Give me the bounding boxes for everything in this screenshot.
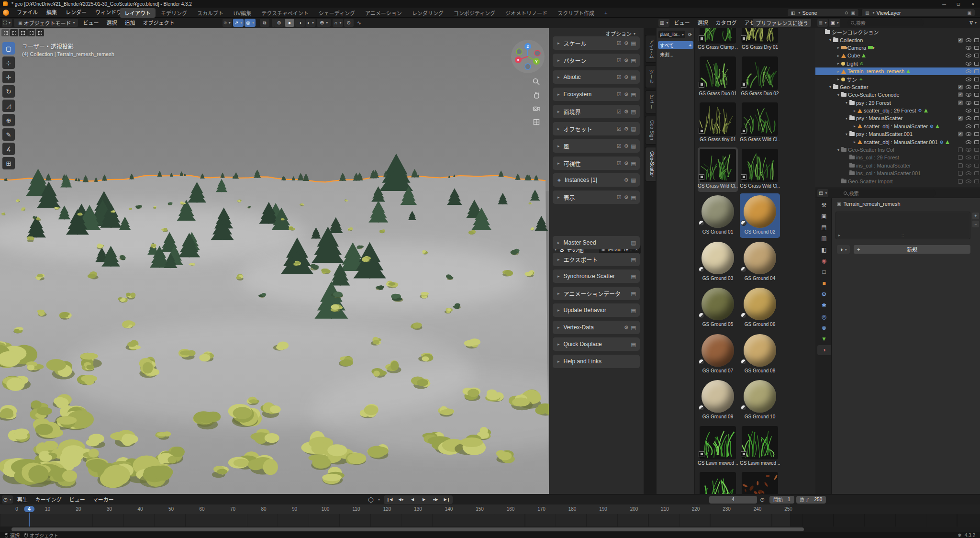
tool-annotate[interactable]: ✎ bbox=[2, 128, 15, 141]
workspace-tab[interactable]: テクスチャペイント bbox=[256, 8, 313, 18]
asset-item-GS Lawn mowed ...[interactable]: GS Lawn mowed ... bbox=[698, 425, 738, 469]
timeline-menu-再生[interactable]: 再生 bbox=[13, 494, 32, 505]
asset-item-GS Ground 10[interactable]: GS Ground 10 bbox=[740, 378, 780, 423]
asset-item-GS Ground 07[interactable]: GS Ground 07 bbox=[698, 332, 738, 377]
panel-section-オフセット[interactable]: ▸オフセット☑⚙▤ bbox=[553, 122, 640, 135]
outliner-row-scatter_obj : 29 Forest[interactable]: ▸scatter_obj : 29 Forest⚙ bbox=[815, 107, 980, 114]
asset-item-GS Ground 04[interactable]: GS Ground 04 bbox=[740, 240, 780, 284]
gear-icon[interactable]: ⚙ bbox=[624, 126, 629, 132]
tool-move[interactable]: ✛ bbox=[2, 71, 15, 83]
gear-icon[interactable]: ⚙ bbox=[624, 74, 629, 80]
outliner-display-mode-icon[interactable]: ▣▾ bbox=[829, 19, 840, 27]
properties-tab-render[interactable]: ▣ bbox=[817, 211, 831, 221]
expand-icon[interactable]: ▸ bbox=[835, 54, 841, 58]
disable-viewport-icon[interactable] bbox=[974, 46, 979, 50]
disable-viewport-icon[interactable] bbox=[974, 38, 979, 42]
outliner-row-Terrain_remesh_remesh[interactable]: ▸Terrain_remesh_remesh bbox=[815, 67, 980, 75]
pin-icon[interactable]: ⊙ bbox=[845, 11, 848, 15]
pivot-selector[interactable]: ⊕▾ bbox=[317, 19, 331, 27]
gear-icon[interactable]: ⚙ bbox=[624, 143, 629, 149]
disable-viewport-icon[interactable] bbox=[974, 69, 979, 73]
properties-tab-modifiers[interactable]: ⚙ bbox=[817, 289, 831, 299]
expand-icon[interactable]: ▸ bbox=[835, 77, 841, 81]
outliner-row-scatter_obj : ManualScatter[interactable]: ▸scatter_obj : ManualScatter⚙ bbox=[815, 123, 980, 130]
hide-eye-icon[interactable] bbox=[966, 148, 971, 152]
asset-item-GS Grass Duo 01[interactable]: GS Grass Duo 01 bbox=[698, 55, 738, 100]
outliner-row-psy : ManualScatter.001[interactable]: ▾psy : ManualScatter.001✓ bbox=[815, 130, 980, 138]
workspace-tab[interactable]: UV編集 bbox=[229, 8, 256, 18]
panel-section-スケール[interactable]: ▸スケール☑⚙▤ bbox=[553, 36, 640, 50]
disable-viewport-icon[interactable] bbox=[974, 109, 979, 112]
outliner-search-input[interactable]: 検索 bbox=[847, 19, 924, 26]
disable-viewport-icon[interactable] bbox=[974, 54, 979, 57]
hide-eye-icon[interactable] bbox=[966, 46, 971, 50]
scene-selector[interactable]: ◧ ▾ Scene ⊙ ▣ bbox=[787, 9, 859, 17]
shading-wireframe-icon[interactable]: ⊛ bbox=[274, 19, 284, 27]
collapse-icon[interactable]: ▾ bbox=[835, 93, 841, 97]
doc-icon[interactable]: ▤ bbox=[631, 194, 636, 201]
sidebar-tab-アイテム[interactable]: アイテム bbox=[645, 35, 656, 63]
select-mode-button[interactable] bbox=[10, 29, 18, 36]
tool-box-select[interactable]: ▢ bbox=[2, 42, 15, 55]
browse-material-dropdown[interactable]: ◑▾ bbox=[837, 245, 850, 254]
workspace-tab[interactable]: ジオメトリノード bbox=[501, 8, 552, 18]
outliner-row-psy : 29 Forest[interactable]: ▾psy : 29 Forest✓ bbox=[815, 99, 980, 107]
panel-section-面境界[interactable]: ▸面境界☑⚙▤ bbox=[553, 105, 640, 118]
outliner-row-ins_col : ManualScatter[interactable]: ins_col : ManualScatter bbox=[815, 162, 980, 169]
zoom-icon[interactable] bbox=[531, 77, 542, 87]
workspace-tab[interactable]: シェーディング bbox=[314, 8, 360, 18]
hide-eye-icon[interactable] bbox=[966, 132, 971, 136]
checkbox-checked-icon[interactable]: ✓ bbox=[958, 38, 963, 43]
asset-item-GS Grass tiny 01[interactable]: GS Grass tiny 01 bbox=[698, 101, 738, 146]
object-visibility-icon[interactable]: ⌾▾ bbox=[223, 19, 232, 27]
disable-viewport-icon[interactable] bbox=[974, 148, 979, 152]
new-material-button[interactable]: + 新規 bbox=[854, 245, 970, 254]
panel-section-Instances [1][interactable]: ◈Instances [1]⚙▤ bbox=[553, 173, 640, 187]
expand-icon[interactable]: ▸ bbox=[852, 124, 858, 128]
asset-item-GS Grass Duo 02[interactable]: GS Grass Duo 02 bbox=[740, 55, 780, 100]
asset-menu-ビュー[interactable]: ビュー bbox=[670, 18, 693, 28]
gear-icon[interactable]: ⚙ bbox=[624, 160, 629, 167]
gear-icon[interactable]: ⚙ bbox=[624, 40, 629, 46]
pan-hand-icon[interactable] bbox=[531, 90, 542, 101]
doc-icon[interactable]: ▤ bbox=[631, 325, 636, 331]
asset-item-GS Grass Wild Cl...[interactable]: GS Grass Wild Cl... bbox=[740, 147, 780, 192]
doc-icon[interactable]: ▤ bbox=[631, 257, 636, 263]
disable-viewport-icon[interactable] bbox=[974, 171, 979, 175]
auto-keying-icon[interactable]: ◯ bbox=[366, 495, 376, 504]
collapse-icon[interactable]: ▾ bbox=[827, 85, 833, 89]
properties-tab-scene[interactable]: ◧ bbox=[817, 245, 831, 255]
panel-section-Update Behavior[interactable]: ▸Update Behavior▤ bbox=[553, 303, 640, 317]
collapse-icon[interactable]: ▾ bbox=[835, 148, 841, 152]
import-method-button[interactable]: プリファレンスに従う bbox=[753, 19, 811, 27]
maximize-button[interactable]: ▢ bbox=[951, 0, 966, 8]
disable-viewport-icon[interactable] bbox=[974, 124, 979, 128]
refresh-library-icon[interactable]: ⟳ bbox=[686, 31, 694, 38]
overlays-toggle-icon[interactable]: ◎▾ bbox=[245, 19, 256, 27]
panel-section-Synchronize Scatter[interactable]: ▸Synchronize Scatter▤ bbox=[553, 269, 640, 283]
doc-icon[interactable]: ▤ bbox=[631, 40, 636, 46]
asset-menu-選択[interactable]: 選択 bbox=[693, 18, 712, 28]
material-slot-list[interactable]: ▸ ∷ bbox=[835, 212, 970, 239]
checkbox-empty-icon[interactable] bbox=[958, 163, 963, 168]
select-mode-button[interactable] bbox=[19, 29, 27, 36]
outliner-row-Light[interactable]: ▸Light⊙ bbox=[815, 60, 980, 67]
panel-section-Ecosystem[interactable]: ▸Ecosystem☑⚙▤ bbox=[553, 88, 640, 101]
hide-eye-icon[interactable] bbox=[966, 54, 971, 57]
hide-eye-icon[interactable] bbox=[966, 109, 971, 112]
tool-cursor[interactable]: ⊹ bbox=[2, 56, 15, 69]
gear-icon[interactable]: ⚙ bbox=[624, 325, 629, 331]
workspace-tab[interactable]: レイアウト bbox=[120, 8, 156, 18]
doc-icon[interactable]: ▤ bbox=[631, 57, 636, 64]
editor-type-viewport-icon[interactable]: ⛶▾ bbox=[2, 19, 12, 27]
use-preview-range-icon[interactable]: ◷ bbox=[757, 495, 767, 504]
panel-section-アニメーションデータ[interactable]: ▸アニメーションデータ▤ bbox=[553, 287, 640, 300]
panel-section-Master Seed[interactable]: ▸Master Seed▤ bbox=[553, 236, 640, 249]
checkbox-empty-icon[interactable] bbox=[958, 179, 963, 184]
check-icon[interactable]: ☑ bbox=[617, 91, 622, 98]
doc-icon[interactable]: ▤ bbox=[631, 307, 636, 314]
checkbox-empty-icon[interactable] bbox=[958, 171, 963, 176]
outliner-row-ins_col : ManualScatter.001[interactable]: ins_col : ManualScatter.001 bbox=[815, 169, 980, 177]
navigation-gizmo[interactable]: Z Y X bbox=[511, 40, 545, 73]
mode-selector[interactable]: ▣ オブジェクトモード ▾ bbox=[14, 19, 78, 27]
